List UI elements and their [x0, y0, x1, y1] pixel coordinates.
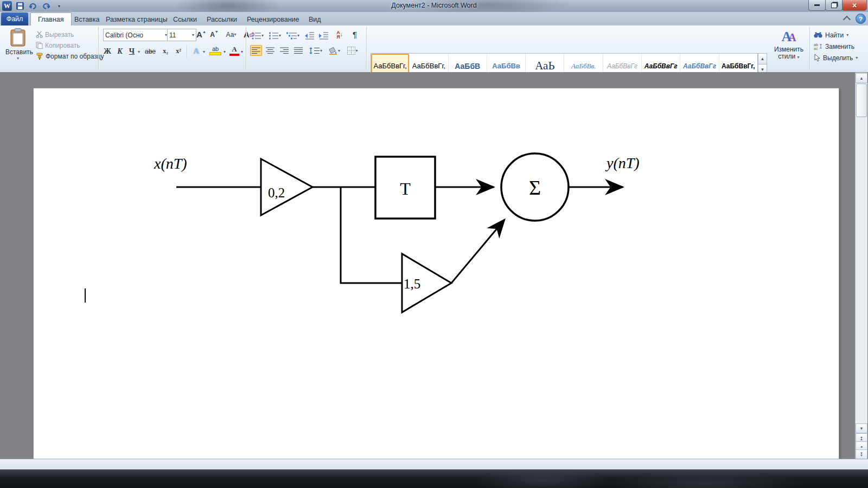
tab-home[interactable]: Главная [30, 12, 72, 26]
binoculars-icon [814, 32, 822, 38]
replace-button[interactable]: abac Заменить [814, 41, 854, 52]
change-case-button[interactable]: Аа▾ [224, 29, 239, 40]
minimize-icon [814, 4, 820, 6]
line-spacing-icon [309, 47, 320, 54]
bold-button[interactable]: Ж [102, 46, 113, 57]
text-effects-button[interactable]: А [190, 46, 203, 57]
sort-button[interactable]: АЯ↓ [333, 29, 346, 40]
styles-gallery-up-icon[interactable]: ▲ [758, 53, 767, 65]
scroll-up-icon[interactable]: ▲ [856, 73, 867, 83]
close-icon: × [852, 1, 857, 10]
format-painter-button[interactable]: Формат по образцу [36, 52, 104, 61]
highlight-button[interactable]: ab [208, 44, 222, 56]
close-button[interactable]: × [842, 0, 867, 11]
scrollbar-thumb[interactable] [856, 84, 867, 117]
gain2-value: 1,5 [404, 277, 420, 291]
svg-text:ab: ab [814, 43, 818, 47]
font-size-select[interactable]: 11▾ [167, 29, 196, 41]
justify-button[interactable] [292, 45, 304, 56]
paste-label: Вставить [5, 48, 30, 56]
increase-indent-icon [319, 32, 329, 40]
change-case-label: Аа [226, 31, 234, 38]
shrink-font-button[interactable]: А▼ [208, 29, 220, 40]
increase-indent-button[interactable] [318, 30, 330, 41]
delay-label: T [400, 179, 411, 198]
cursor-arrow-icon [814, 54, 820, 62]
window-title: Документ2 - Microsoft Word [0, 2, 868, 9]
tab-view[interactable]: Вид [302, 13, 328, 25]
replace-icon: abac [814, 43, 822, 50]
align-left-button[interactable] [250, 45, 262, 56]
bullet-list-icon [252, 32, 261, 40]
next-page-icon[interactable]: ▼▼ [856, 450, 867, 459]
font-color-button[interactable]: А [228, 44, 241, 56]
scissors-icon [36, 31, 43, 38]
format-painter-label: Формат по образцу [46, 53, 104, 60]
subscript-button[interactable]: x₂ [159, 46, 171, 57]
title-bar: W ▾ Документ2 - Microsoft Word × [0, 0, 868, 12]
font-size-dropdown-icon: ▾ [192, 33, 194, 37]
minimize-button[interactable] [808, 0, 826, 11]
line-spacing-button[interactable]: ▾ [308, 45, 323, 56]
align-right-button[interactable] [278, 45, 290, 56]
decrease-indent-icon [305, 32, 315, 40]
document-area: x(nT) 0,2 T Σ 1,5 y(nT) ▲ ▼ ▲▲ ● ▼▼ [0, 72, 868, 459]
multilevel-list-button[interactable]: ▾ [285, 30, 301, 41]
paint-bucket-icon [328, 47, 338, 55]
paste-dropdown-icon[interactable]: ▾ [5, 56, 30, 61]
change-styles-button[interactable]: АА Изменить стили ▾ [769, 29, 808, 61]
ribbon-collapse-icon[interactable] [844, 17, 850, 22]
clipboard-icon [10, 28, 26, 47]
block-diagram[interactable]: x(nT) 0,2 T Σ 1,5 y(nT) [0, 72, 855, 459]
find-button[interactable]: Найти▾ [814, 30, 848, 40]
gain2-to-sum-wire[interactable] [451, 220, 505, 283]
show-marks-button[interactable]: ¶ [349, 29, 360, 40]
select-label: Выделить [823, 54, 853, 62]
status-bar: Страница: 1 из 1 Число слов: 6 русский 1… [0, 459, 868, 470]
restore-button[interactable] [825, 0, 843, 11]
text-effects-dropdown-icon[interactable]: ▾ [203, 49, 205, 54]
replace-label: Заменить [825, 43, 854, 50]
help-button[interactable]: ? [856, 14, 866, 24]
scroll-down-icon[interactable]: ▼ [856, 423, 867, 433]
align-center-button[interactable] [264, 45, 276, 56]
change-styles-icon: АА [769, 29, 808, 45]
tab-review[interactable]: Рецензирование [240, 13, 307, 25]
copy-label: Копировать [45, 42, 80, 49]
borders-button[interactable]: ▾ [345, 45, 360, 56]
find-label: Найти [825, 31, 844, 39]
tab-page-layout[interactable]: Разметка страницы [99, 13, 174, 25]
gain1-value: 0,2 [268, 185, 285, 200]
taskbar: Чернокозов µ μTorrent 3.3 W ЦОС2 [Режим … [0, 470, 868, 488]
tab-file[interactable]: Файл [1, 12, 28, 25]
copy-icon [36, 42, 43, 49]
shading-button[interactable]: ▾ [327, 45, 342, 56]
numbering-button[interactable]: ▾ [268, 30, 282, 41]
italic-button[interactable]: K [115, 46, 125, 57]
window-controls: × [809, 0, 867, 11]
ribbon-home: Вставить ▾ Вырезать Копировать Формат по… [0, 25, 868, 73]
decrease-indent-button[interactable] [304, 30, 316, 41]
paste-button[interactable]: Вставить ▾ [5, 28, 30, 62]
underline-dropdown-icon[interactable]: ▾ [138, 49, 140, 54]
highlight-dropdown-icon[interactable]: ▾ [224, 49, 226, 54]
grow-font-button[interactable]: А▲ [195, 29, 207, 40]
vertical-scrollbar[interactable] [855, 73, 867, 459]
numbered-list-icon [269, 32, 279, 40]
cut-button[interactable]: Вырезать [36, 30, 74, 39]
font-family-select[interactable]: Calibri (Осно▾ [103, 29, 169, 41]
align-left-icon [252, 47, 260, 54]
select-button[interactable]: Выделить▾ [814, 53, 858, 63]
diagram-input-label: x(nT) [154, 155, 187, 172]
underline-button[interactable]: Ч [127, 46, 137, 57]
copy-button[interactable]: Копировать [36, 41, 80, 50]
superscript-button[interactable]: x² [173, 46, 184, 57]
font-color-dropdown-icon[interactable]: ▾ [241, 49, 243, 54]
tab-references[interactable]: Ссылки [166, 13, 204, 25]
tab-mailings[interactable]: Рассылки [200, 13, 244, 25]
font-color-label: А [232, 45, 237, 54]
font-size-value: 11 [169, 31, 176, 39]
svg-text:ac: ac [814, 47, 818, 50]
bullets-button[interactable]: ▾ [251, 30, 265, 41]
strikethrough-button[interactable]: abe [143, 46, 157, 57]
